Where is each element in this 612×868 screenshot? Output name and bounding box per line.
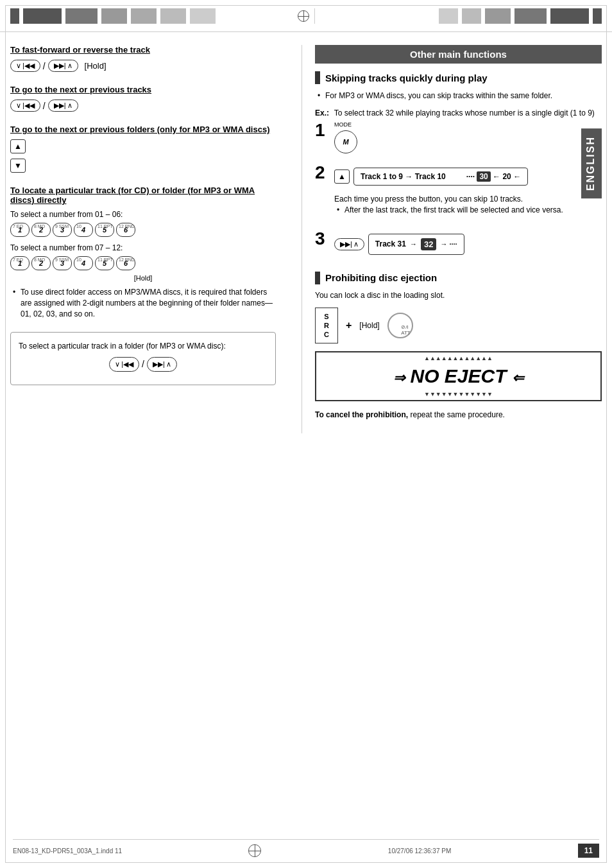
num-btn-3-label: 9 SSM (55, 224, 69, 229)
footer-right: 10/27/06 12:36:37 PM (388, 847, 451, 855)
num-btn-3b[interactable]: 9 SSM 3 (53, 256, 72, 270)
num-btn-6b-label: 12 RND (119, 257, 135, 262)
page-footer: EN08-13_KD-PDR51_003A_1.indd 11 10/27/06… (13, 839, 599, 858)
num-btn-5b-label: 11 RPT (98, 257, 113, 262)
num-btn-6b[interactable]: 12 RND 6 (116, 256, 135, 270)
num-btn-3b-label: 9 SSM (55, 257, 69, 262)
page-number: 11 (578, 844, 599, 858)
step2-bullet: After the last track, the first track wi… (334, 205, 602, 216)
num-btn-2b-label: 8 MO (34, 257, 45, 262)
num-btn-2b[interactable]: 8 MO 2 (31, 256, 51, 270)
num-btn-4b[interactable]: 10 4 (74, 256, 93, 270)
num-btn-2-label: 8 MO (34, 224, 45, 229)
num-btn-5b[interactable]: 11 RPT 5 (95, 256, 114, 270)
num-btn-5[interactable]: 11 RPT 5 (95, 223, 114, 237)
num-btn-1-label: 7 EQ (13, 224, 23, 229)
num-btn-6[interactable]: 12 RND 6 (116, 223, 135, 237)
num-btn-2[interactable]: 8 MO 2 (31, 223, 51, 237)
num-btn-4b-label: 10 (76, 257, 81, 262)
num-btn-4b-num: 4 (81, 259, 85, 267)
sec4-bullet1: To use direct folder access on MP3/WMA d… (10, 287, 276, 319)
num-btn-4[interactable]: 10 4 (74, 223, 93, 237)
num-btn-5-label: 11 RPT (98, 224, 113, 229)
footer-compass-icon (248, 844, 261, 857)
num-btn-4-num: 4 (81, 226, 85, 234)
page-border (5, 5, 607, 863)
num-btn-6-label: 12 RND (119, 224, 135, 229)
power-button[interactable]: ⊘/IATT (387, 313, 413, 338)
compass-icon (298, 10, 309, 22)
num-btn-4-label: 10 (76, 224, 81, 229)
english-sidebar: ENGLISH (581, 128, 602, 198)
skipping-bullet1: For MP3 or WMA discs, you can skip track… (315, 91, 602, 101)
num-btn-1b[interactable]: 7 EQ 1 (10, 256, 30, 270)
num-btn-1[interactable]: 7 EQ 1 (10, 223, 30, 237)
footer-left: EN08-13_KD-PDR51_003A_1.indd 11 (13, 847, 122, 855)
num-btn-1b-label: 7 EQ (13, 257, 23, 262)
num-btn-3[interactable]: 9 SSM 3 (53, 223, 72, 237)
